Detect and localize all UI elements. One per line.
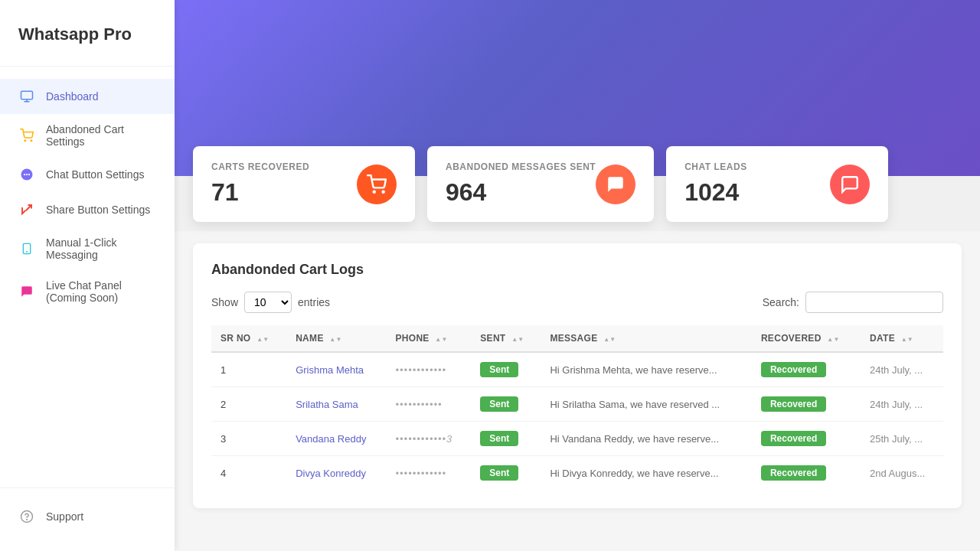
cell-phone: •••••••••••• — [386, 352, 471, 387]
sidebar: Whatsapp Pro Dashboard Abandoned Cart Se… — [0, 0, 175, 551]
stat-card-chat-leads: CHAT LEADS 1024 — [666, 146, 888, 222]
sidebar-item-manual-messaging[interactable]: Manual 1-Click Messaging — [0, 227, 175, 270]
cell-sr: 2 — [211, 387, 286, 422]
table-section: Abandonded Cart Logs Show 10 25 50 100 e… — [193, 243, 962, 508]
sidebar-item-share-button[interactable]: Share Button Settings — [0, 192, 175, 227]
cell-name: Srilatha Sama — [286, 387, 386, 422]
recovered-badge: Recovered — [761, 362, 826, 377]
sent-badge: Sent — [480, 431, 518, 446]
cell-recovered: Recovered — [752, 456, 861, 491]
svg-point-3 — [24, 140, 26, 142]
phone-value: •••••••••••• — [395, 468, 446, 479]
entries-select[interactable]: 10 25 50 100 — [244, 292, 292, 313]
recovered-badge: Recovered — [761, 396, 826, 412]
content-area: Abandonded Cart Logs Show 10 25 50 100 e… — [175, 231, 980, 551]
cell-sent: Sent — [471, 422, 541, 456]
cart-stat-icon — [357, 165, 397, 204]
cell-date: 24th July, ... — [861, 352, 943, 387]
stat-label: CARTS RECOVERED — [211, 161, 309, 172]
stat-card-carts-recovered: CARTS RECOVERED 71 — [193, 146, 415, 222]
stat-value: 964 — [446, 178, 596, 207]
phone-value: ••••••••••••3 — [395, 433, 452, 445]
date-text: 24th July, ... — [870, 399, 923, 410]
cell-message: Hi Divya Konreddy, we have reserve... — [541, 456, 752, 491]
cart-icon — [18, 127, 35, 144]
sidebar-item-abandoned-cart[interactable]: Abandoned Cart Settings — [0, 114, 175, 157]
name-link[interactable]: Srilatha Sama — [296, 399, 358, 410]
table-row: 1 Grishma Mehta •••••••••••• Sent Hi Gri… — [211, 352, 943, 387]
sent-badge: Sent — [480, 396, 518, 412]
recovered-badge: Recovered — [761, 465, 826, 481]
svg-rect-0 — [21, 91, 33, 99]
sidebar-item-chat-button[interactable]: Chat Button Settings — [0, 157, 175, 192]
table-row: 3 Vandana Reddy ••••••••••••3 Sent Hi Va… — [211, 422, 943, 456]
col-date: DATE ▲▼ — [861, 325, 943, 352]
sidebar-item-label: Share Button Settings — [46, 204, 150, 216]
cell-recovered: Recovered — [752, 422, 861, 456]
show-entries-control: Show 10 25 50 100 entries — [211, 292, 330, 313]
search-input[interactable] — [805, 292, 943, 313]
entries-label: entries — [298, 296, 330, 308]
stat-card-messages-sent: ABANDONED MESSAGES SENT 964 — [427, 146, 654, 222]
name-link[interactable]: Grishma Mehta — [296, 364, 364, 376]
date-text: 25th July, ... — [870, 433, 923, 445]
sidebar-item-label: Live Chat Panel (Coming Soon) — [46, 279, 156, 304]
search-control: Search: — [763, 292, 943, 313]
cell-phone: •••••••••••• — [386, 456, 471, 491]
sidebar-item-label: Manual 1-Click Messaging — [46, 236, 156, 261]
cell-date: 2nd Augus... — [861, 456, 943, 491]
sidebar-item-dashboard[interactable]: Dashboard — [0, 79, 175, 114]
cell-sr: 4 — [211, 456, 286, 491]
name-link[interactable]: Divya Konreddy — [296, 468, 366, 479]
sidebar-item-live-chat[interactable]: Live Chat Panel (Coming Soon) — [0, 270, 175, 313]
message-text: Hi Vandana Reddy, we have reserve... — [550, 433, 719, 445]
leads-stat-icon — [830, 165, 870, 204]
main-header: CARTS RECOVERED 71 ABANDONED MESSAGES SE… — [175, 0, 980, 176]
cell-recovered: Recovered — [752, 352, 861, 387]
table-controls: Show 10 25 50 100 entries Search: — [211, 292, 943, 313]
chat-dot-icon — [18, 166, 35, 183]
svg-point-7 — [26, 174, 28, 175]
cell-sent: Sent — [471, 352, 541, 387]
stat-label: CHAT LEADS — [684, 161, 746, 172]
name-link[interactable]: Vandana Reddy — [296, 433, 366, 445]
cell-date: 24th July, ... — [861, 387, 943, 422]
col-name: NAME ▲▼ — [286, 325, 386, 352]
search-label: Search: — [763, 296, 799, 308]
stat-value: 71 — [211, 178, 309, 207]
cell-recovered: Recovered — [752, 387, 861, 422]
cell-sr: 3 — [211, 422, 286, 456]
table-row: 2 Srilatha Sama ••••••••••• Sent Hi Sril… — [211, 387, 943, 422]
cell-name: Divya Konreddy — [286, 456, 386, 491]
main-content: CARTS RECOVERED 71 ABANDONED MESSAGES SE… — [175, 0, 980, 551]
date-text: 2nd Augus... — [870, 468, 925, 479]
col-recovered: RECOVERED ▲▼ — [752, 325, 861, 352]
cell-sr: 1 — [211, 352, 286, 387]
support-icon — [18, 508, 35, 525]
phone-value: ••••••••••• — [395, 399, 442, 410]
col-message: MESSAGE ▲▼ — [541, 325, 752, 352]
share-icon — [18, 201, 35, 218]
sent-badge: Sent — [480, 465, 518, 481]
monitor-icon — [18, 88, 35, 105]
sidebar-footer-label: Support — [46, 510, 83, 523]
recovered-badge: Recovered — [761, 431, 826, 446]
app-logo: Whatsapp Pro — [0, 0, 175, 67]
col-phone: PHONE ▲▼ — [386, 325, 471, 352]
sidebar-nav: Dashboard Abandoned Cart Settings Chat B… — [0, 67, 175, 487]
cell-phone: ••••••••••••3 — [386, 422, 471, 456]
message-text: Hi Srilatha Sama, we have reserved ... — [550, 399, 720, 410]
sent-badge: Sent — [480, 362, 518, 377]
cell-phone: ••••••••••• — [386, 387, 471, 422]
sidebar-item-label: Chat Button Settings — [46, 168, 144, 181]
stat-value: 1024 — [684, 178, 746, 207]
date-text: 24th July, ... — [870, 364, 923, 376]
sidebar-item-support[interactable]: Support — [18, 500, 156, 533]
show-label: Show — [211, 296, 238, 308]
col-sr-no: SR NO ▲▼ — [211, 325, 286, 352]
table-title: Abandonded Cart Logs — [211, 262, 943, 278]
svg-point-14 — [383, 191, 384, 192]
col-sent: SENT ▲▼ — [471, 325, 541, 352]
svg-point-6 — [24, 174, 25, 175]
table-row: 4 Divya Konreddy •••••••••••• Sent Hi Di… — [211, 456, 943, 491]
